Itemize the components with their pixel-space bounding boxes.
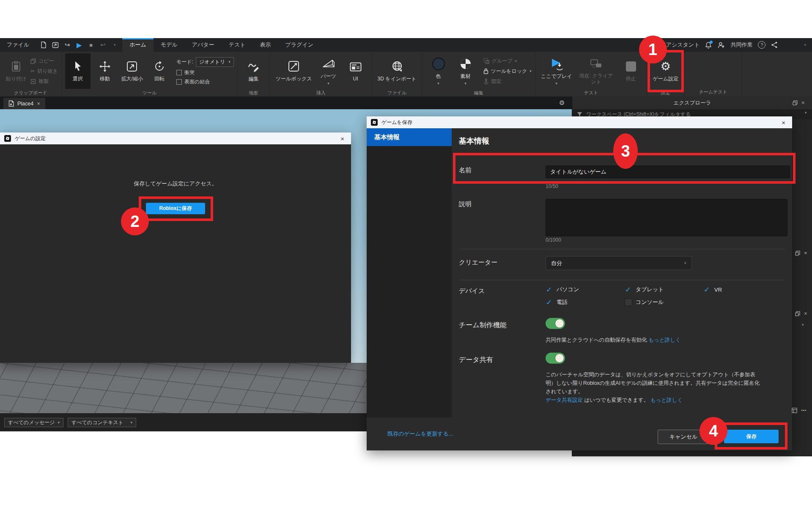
document-tab-bar: Place4 × (0, 97, 572, 109)
help-icon[interactable]: ? (758, 41, 765, 49)
annotation-badge-4: 4 (700, 417, 727, 445)
color-button[interactable]: 色 ▾ (426, 53, 451, 89)
device-checkbox-vr[interactable]: VR (703, 285, 722, 294)
panel-chevron-icon[interactable]: ▾ (802, 323, 804, 327)
save-button[interactable]: 保存 (724, 430, 779, 443)
scale-tool-button[interactable]: 拡大/縮小 (119, 53, 145, 89)
float-window-icon[interactable] (795, 311, 800, 316)
collisions-checkbox[interactable]: 衝突 (176, 69, 234, 76)
creator-label: クリエーター (459, 259, 497, 267)
ui-button[interactable]: UI (343, 53, 368, 89)
viewport-settings-gear-icon[interactable]: ⚙ (559, 99, 565, 107)
globe-import-icon (391, 60, 403, 73)
device-label: 電話 (557, 298, 568, 306)
redo-icon[interactable]: ↪ (62, 38, 72, 52)
name-input[interactable] (546, 166, 790, 178)
data-sharing-description: このバーチャル空間のデータは、切りかえボタンをオフにしてオプトアウト（不参加表明… (546, 370, 762, 404)
mode-dropdown[interactable]: ジオメトリ ▾ (196, 57, 234, 67)
color-label: 色 (436, 73, 441, 80)
device-checkbox-pc[interactable]: パソコン (546, 285, 625, 294)
explorer-header-buttons: × (793, 99, 805, 106)
document-tab-place4[interactable]: Place4 × (3, 98, 45, 109)
chevron-down-icon: ▾ (228, 61, 230, 63)
creator-dropdown[interactable]: 自分 ˅ (546, 256, 692, 270)
learn-more-link[interactable]: もっと詳しく (648, 337, 680, 343)
tab-avatar[interactable]: アバター (185, 38, 222, 52)
description-input[interactable] (546, 199, 787, 236)
add-collaborator-icon[interactable] (717, 41, 725, 49)
devices-grid: パソコン タブレット VR 電話 コンソール (546, 285, 722, 306)
ribbon-filler (742, 52, 812, 97)
device-checkbox-tablet[interactable]: タブレット (625, 285, 703, 294)
file-menu-button[interactable]: ファイル (0, 38, 36, 52)
close-dialog-icon[interactable]: × (779, 119, 788, 126)
select-tool-button[interactable]: 選択 (65, 53, 91, 89)
sidebar-item-basic-info[interactable]: 基本情報 (367, 128, 452, 146)
device-checkbox-console[interactable]: コンソール (625, 298, 703, 306)
play-here-button[interactable]: ここでプレイ ▾ (539, 53, 574, 89)
new-file-icon[interactable] (38, 38, 49, 52)
close-panel-icon[interactable]: × (804, 250, 807, 256)
terrain-group-label: 地形 (241, 89, 266, 97)
save-to-roblox-button[interactable]: Robloxに保存 (146, 203, 205, 214)
chevron-down-icon: ▾ (130, 420, 132, 425)
device-checkbox-phone[interactable]: 電話 (546, 298, 625, 306)
data-sharing-settings-link[interactable]: データ共有設定 (546, 397, 583, 403)
team-create-toggle[interactable] (546, 318, 565, 329)
import-3d-button[interactable]: 3D をインポート (376, 53, 419, 89)
move-icon (99, 60, 110, 73)
data-sharing-toggle[interactable] (546, 353, 565, 364)
close-panel-icon[interactable]: × (804, 310, 807, 317)
context-filter-dropdown[interactable]: すべてのコンテキスト ▾ (68, 418, 136, 427)
current-client-indicator: 現在: クライアント (576, 53, 617, 89)
play-icon[interactable]: ▶ (74, 38, 84, 52)
current-client-label: 現在: クライアント (578, 73, 614, 85)
tab-model[interactable]: モデル (154, 38, 185, 52)
save-game-dialog-titlebar[interactable]: ゲームを保存 × (367, 116, 792, 128)
lock-tool-label: ツールをロック (491, 68, 527, 75)
close-tab-icon[interactable]: × (37, 100, 40, 107)
description-label: 説明 (459, 200, 472, 208)
chevron-down-icon: ˅ (684, 261, 686, 265)
menu-bar-right: ∧ アシスタント 共同作業 ? ▾ (645, 38, 812, 52)
notifications-bell-icon[interactable] (705, 41, 712, 49)
parts-button[interactable]: パーツ ▾ (316, 53, 341, 89)
ui-card-icon (350, 61, 362, 73)
join-surfaces-checkbox[interactable]: 表面の結合 (176, 78, 234, 86)
close-panel-icon[interactable]: × (801, 99, 805, 106)
join-surfaces-label: 表面の結合 (184, 78, 210, 86)
learn-more-link-2[interactable]: もっと詳しく (650, 397, 683, 403)
device-label: パソコン (557, 286, 579, 293)
lock-tool-button[interactable]: ツールをロック ▾ (483, 67, 532, 75)
messages-filter-dropdown[interactable]: すべてのメッセージ ▾ (4, 418, 63, 427)
terrain-edit-button[interactable]: 編集 (241, 53, 266, 89)
history-chevron-icon[interactable]: ▾ (110, 38, 120, 52)
tab-view[interactable]: 表示 (253, 38, 278, 52)
place-file-icon (8, 100, 14, 107)
game-settings-dialog-titlebar[interactable]: ゲームの設定 × (0, 133, 351, 144)
filter-options-chevron-icon[interactable]: ▾ (805, 110, 807, 115)
dock-window-icon[interactable] (792, 408, 797, 413)
save-to-access-message: 保存してゲーム設定にアクセス。 (134, 180, 217, 188)
float-window-icon[interactable] (793, 100, 798, 105)
share-icon[interactable] (771, 41, 778, 48)
menubar-overflow-chevron-icon[interactable]: ▾ (804, 43, 806, 47)
rotate-tool-button[interactable]: 回転 (147, 53, 172, 89)
tab-home[interactable]: ホーム (122, 38, 154, 52)
material-button[interactable]: 素材 ▾ (453, 53, 478, 89)
tab-plugins[interactable]: プラグイン (278, 38, 321, 52)
tab-test[interactable]: テスト (222, 38, 253, 52)
collaborate-button[interactable]: 共同作業 (730, 41, 752, 49)
toolbox-button[interactable]: ツールボックス (274, 53, 314, 89)
float-window-icon[interactable] (795, 251, 800, 256)
open-file-icon[interactable] (50, 38, 60, 52)
copy-label: コピー (38, 58, 54, 65)
close-dialog-icon[interactable]: × (338, 135, 347, 142)
assistant-button[interactable]: アシスタント (666, 41, 700, 49)
update-existing-game-link[interactable]: 既存のゲームを更新する... (387, 430, 453, 438)
more-options-icon[interactable]: ⋯ (801, 407, 807, 414)
chevron-down-icon: ▾ (529, 70, 532, 72)
move-tool-button[interactable]: 移動 (92, 53, 118, 89)
group-button: グループ ▾ (483, 57, 532, 65)
roblox-logo-icon (4, 135, 11, 142)
